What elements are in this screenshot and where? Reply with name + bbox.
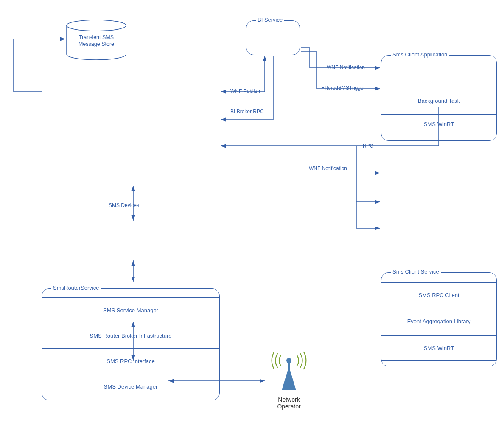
sms-devices-label: SMS Devices (109, 202, 139, 208)
transient-store-label: Transient SMS Message Store (78, 34, 114, 47)
wnf-notification-2-label: WNF Notification (309, 165, 347, 171)
bi-service-box: BI Service (246, 20, 300, 55)
svg-point-0 (67, 20, 126, 31)
svg-marker-3 (282, 366, 296, 390)
bg-task-row: Background Task (381, 87, 496, 114)
sms-client-app: Sms Client Application Background Task S… (381, 55, 497, 141)
rpc-label: RPC (363, 143, 373, 149)
sms-router-service: SmsRouterService SMS Service Manager SMS… (42, 288, 220, 400)
sms-service-manager-row: SMS Service Manager (42, 297, 219, 323)
sms-winrt-row-svc: SMS WinRT (381, 335, 496, 360)
filtered-sms-trigger-label: FilteredSMSTrigger (321, 85, 365, 91)
bi-broker-rpc-label: BI Broker RPC (230, 109, 264, 115)
network-operator-icon: Network Operator (266, 348, 312, 399)
transient-sms-store: Transient SMS Message Store (66, 20, 126, 60)
sms-client-app-title: Sms Client Application (391, 51, 449, 58)
event-agg-row: Event Aggregation Library (381, 308, 496, 335)
sms-winrt-row-app: SMS WinRT (381, 114, 496, 134)
wnf-notification-1-label: WNF Notification (327, 64, 365, 70)
sms-device-manager-row: SMS Device Manager (42, 374, 219, 399)
wnf-publish-label: WNF Publish (230, 88, 260, 94)
sms-rpc-interface-row: SMS RPC Interface (42, 348, 219, 374)
svg-point-1 (286, 358, 291, 363)
sms-client-service: Sms Client Service SMS RPC Client Event … (381, 272, 497, 366)
sms-client-service-title: Sms Client Service (391, 269, 441, 275)
bi-service-title: BI Service (256, 17, 284, 23)
sms-router-broker-row: SMS Router Broker Infrastructure (42, 323, 219, 348)
network-operator-label: Network Operator (266, 396, 312, 410)
sms-router-title: SmsRouterService (51, 285, 101, 291)
sms-rpc-client-row: SMS RPC Client (381, 282, 496, 308)
